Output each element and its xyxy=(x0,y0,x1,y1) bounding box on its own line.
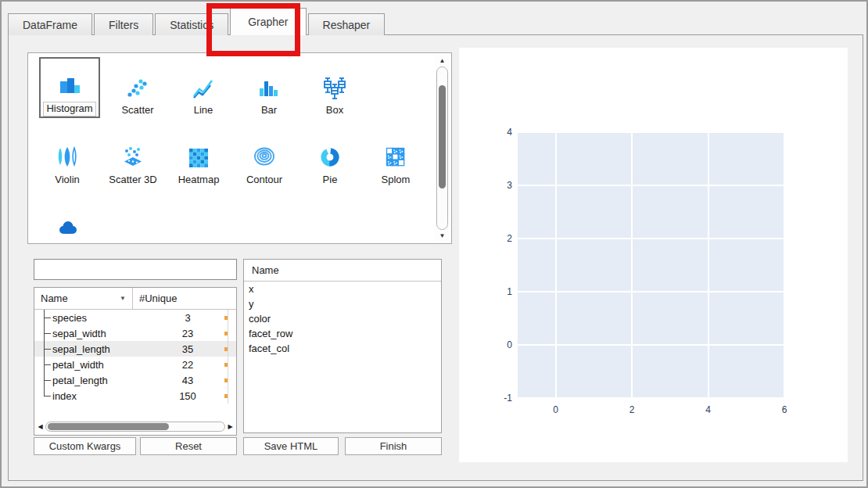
tree-branch-icon xyxy=(44,380,51,381)
column-search-input[interactable] xyxy=(34,259,237,280)
chart-type-contour[interactable]: Contour xyxy=(236,129,292,187)
tree-branch-icon xyxy=(44,396,51,396)
save-html-button[interactable]: Save HTML xyxy=(243,437,339,455)
splom-icon xyxy=(382,145,409,171)
column-name-cell: sepal_width xyxy=(52,328,106,339)
table-row[interactable]: petal_width22 xyxy=(34,357,236,372)
table-row[interactable]: petal_length43 xyxy=(34,372,236,388)
gridline-vertical xyxy=(555,132,557,398)
plot-arg-item[interactable]: facet_col xyxy=(244,341,441,356)
chart-type-scatter-3d[interactable]: Scatter 3D xyxy=(105,129,161,187)
scroll-up-icon[interactable]: ▲ xyxy=(435,56,450,66)
unique-count-cell: 22 xyxy=(160,359,216,371)
chart-type-label: Line xyxy=(194,104,213,117)
grapher-tab-content: HistogramScatterLineBarBoxViolinScatter … xyxy=(8,34,863,481)
chart-type-label: Splom xyxy=(382,174,411,187)
chart-type-label: Heatmap xyxy=(178,174,220,187)
x-tick-label: 6 xyxy=(782,404,787,415)
y-tick-label: 4 xyxy=(507,127,512,138)
table-row[interactable]: sepal_length35 xyxy=(34,341,236,357)
unique-count-cell: 35 xyxy=(160,343,216,355)
plot-arg-item[interactable]: y xyxy=(244,296,441,311)
pie-icon xyxy=(317,145,343,171)
chart-type-label: Bar xyxy=(261,104,277,117)
chart-type-label: Contour xyxy=(246,174,282,187)
tree-branch-icon xyxy=(44,349,51,350)
plot-arg-item[interactable]: color xyxy=(244,311,441,326)
chart-type-histogram[interactable]: Histogram xyxy=(39,57,100,118)
chart-type-heatmap[interactable]: Heatmap xyxy=(170,129,227,187)
plot-arg-item[interactable]: facet_row xyxy=(244,326,441,341)
horizontal-scrollbar[interactable]: ◀ ▶ xyxy=(36,420,235,433)
cloud-icon xyxy=(54,214,81,240)
plot-arg-item[interactable]: x xyxy=(244,282,441,296)
column-header-unique[interactable]: #Unique xyxy=(133,288,236,309)
chart-type-line[interactable]: Line xyxy=(175,59,231,117)
unique-count-cell: 23 xyxy=(160,328,216,339)
plot-area[interactable]: 0246-101234 xyxy=(518,132,784,398)
tab-filters[interactable]: Filters xyxy=(94,13,153,35)
box-icon xyxy=(321,75,348,102)
chart-type-splom[interactable]: Splom xyxy=(368,129,424,187)
table-row[interactable]: species3 xyxy=(34,310,236,325)
chart-type-grid: HistogramScatterLineBarBoxViolinScatter … xyxy=(39,59,428,242)
tab-dataframe[interactable]: DataFrame xyxy=(8,13,92,35)
table-row[interactable]: index150 xyxy=(34,388,236,404)
x-tick-label: 0 xyxy=(553,404,558,415)
app-window: DataFrame Filters Statistics Grapher Res… xyxy=(0,0,868,488)
hscrollbar-thumb[interactable] xyxy=(48,423,169,430)
chart-type-violin[interactable]: Violin xyxy=(39,129,95,187)
chart-type-box[interactable]: Box xyxy=(307,59,363,117)
scatter-icon xyxy=(124,75,151,102)
scrollbar-track[interactable] xyxy=(436,66,448,230)
histogram-icon xyxy=(56,73,83,99)
unique-count-cell: 150 xyxy=(160,390,216,402)
gridline-horizontal xyxy=(518,291,784,292)
columns-table: Name ▼ #Unique species3sepal_width23sepa… xyxy=(34,287,237,436)
chart-type-scatter[interactable]: Scatter xyxy=(109,59,166,117)
gridline-horizontal xyxy=(518,344,784,346)
sort-dropdown-icon[interactable]: ▼ xyxy=(120,295,126,302)
scroll-right-icon[interactable]: ▶ xyxy=(226,420,235,433)
column-header-name[interactable]: Name ▼ xyxy=(34,288,133,309)
scroll-down-icon[interactable]: ▼ xyxy=(435,231,450,241)
gridline-horizontal xyxy=(518,185,784,186)
chart-type-label: Scatter 3D xyxy=(109,174,156,187)
columns-table-body: species3sepal_width23sepal_length35petal… xyxy=(34,310,236,404)
chart-type-pie[interactable]: Pie xyxy=(302,129,358,187)
column-name-cell: index xyxy=(52,390,77,402)
chart-type-label: Pie xyxy=(323,174,338,187)
table-row[interactable]: sepal_width23 xyxy=(34,325,236,341)
hscrollbar-track[interactable] xyxy=(45,422,225,432)
reset-button[interactable]: Reset xyxy=(140,437,237,455)
vertical-scrollbar[interactable]: ▲ ▼ xyxy=(435,55,450,242)
scrollbar-thumb[interactable] xyxy=(439,85,446,188)
column-name-cell: species xyxy=(52,312,87,324)
chart-type-label: Box xyxy=(326,104,343,117)
tab-grapher[interactable]: Grapher xyxy=(230,8,306,35)
tab-bar: DataFrame Filters Statistics Grapher Res… xyxy=(8,13,385,35)
tab-reshaper[interactable]: Reshaper xyxy=(308,13,386,35)
scroll-left-icon[interactable]: ◀ xyxy=(36,420,45,433)
column-header-name-label: Name xyxy=(41,292,68,304)
finish-button[interactable]: Finish xyxy=(345,437,442,455)
tab-statistics[interactable]: Statistics xyxy=(155,13,228,35)
x-tick-label: 2 xyxy=(629,404,635,415)
unique-count-cell: 43 xyxy=(160,375,216,386)
custom-kwargs-button[interactable]: Custom Kwargs xyxy=(34,437,136,455)
plot-args-header: Name xyxy=(244,260,441,282)
chart-type-panel: HistogramScatterLineBarBoxViolinScatter … xyxy=(27,52,452,244)
y-tick-label: -1 xyxy=(504,393,512,404)
tree-branch-icon xyxy=(44,333,51,334)
heatmap-icon xyxy=(185,145,212,171)
chart-type-label: Violin xyxy=(55,174,80,187)
chart-type-label: Scatter xyxy=(121,104,153,117)
plot-preview-panel: 0246-101234 xyxy=(459,48,848,462)
y-tick-label: 2 xyxy=(507,233,512,244)
chart-type-cloud[interactable] xyxy=(39,198,95,256)
chart-type-label: Histogram xyxy=(43,102,95,117)
bar-icon xyxy=(256,75,282,102)
chart-type-bar[interactable]: Bar xyxy=(241,59,297,117)
tree-branch-icon xyxy=(44,318,51,318)
plot-args-list: xycolorfacet_rowfacet_col xyxy=(244,282,441,356)
